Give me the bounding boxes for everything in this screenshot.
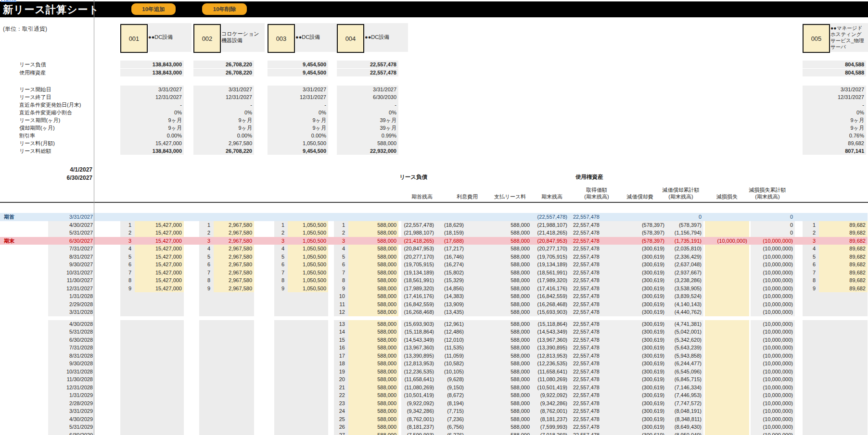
impairment-input-cell[interactable]: (10,000,000) — [705, 237, 749, 245]
impairment-input-cell[interactable] — [705, 415, 749, 423]
lease-payment-cell[interactable]: 2,967,580 — [214, 276, 254, 285]
lease-payment-cell[interactable]: 588,000 — [348, 261, 398, 269]
lease-payment-cell[interactable]: 588,000 — [348, 384, 398, 392]
depreciation-cell: (578,397) — [601, 229, 666, 237]
lease-payment-cell[interactable]: 588,000 — [348, 300, 398, 309]
lease-payment-cell[interactable]: 588,000 — [348, 352, 398, 360]
lease-payment-cell[interactable]: 588,000 — [348, 360, 398, 368]
impairment-input-cell[interactable] — [705, 308, 749, 316]
month-index-cell: 18 — [334, 360, 348, 368]
lease-payment-cell[interactable]: 89,682 — [819, 237, 868, 245]
lease-payment-cell[interactable]: 2,967,580 — [214, 285, 254, 293]
lease-payment-cell[interactable]: 588,000 — [348, 221, 398, 229]
lease-payment-cell[interactable]: 1,050,500 — [288, 269, 328, 277]
impairment-input-cell[interactable] — [705, 399, 749, 408]
lease-payment-cell[interactable]: 588,000 — [348, 320, 398, 328]
lease-payment-cell[interactable]: 588,000 — [348, 415, 398, 423]
impairment-input-cell[interactable] — [705, 407, 749, 415]
lease-payment-cell[interactable]: 588,000 — [348, 431, 398, 435]
impairment-input-cell[interactable] — [705, 221, 749, 229]
lease-payment-cell[interactable]: 15,427,000 — [135, 285, 184, 293]
lease-payment-cell[interactable]: 588,000 — [348, 336, 398, 344]
impairment-input-cell[interactable] — [705, 300, 749, 309]
impairment-input-cell[interactable] — [705, 384, 749, 392]
lease-payment-cell[interactable]: 2,967,580 — [214, 221, 254, 229]
gap-cell — [94, 229, 120, 237]
lease-payment-cell[interactable]: 89,682 — [819, 285, 868, 293]
impairment-input-cell[interactable] — [705, 292, 749, 300]
impairment-input-cell[interactable] — [705, 245, 749, 253]
lease-payment-cell[interactable]: 1,050,500 — [288, 276, 328, 285]
lease-payment-cell[interactable]: 588,000 — [348, 407, 398, 415]
impairment-input-cell[interactable] — [705, 368, 749, 376]
impairment-input-cell[interactable] — [705, 391, 749, 399]
lease-payment-cell[interactable]: 15,427,000 — [135, 237, 184, 245]
impairment-input-cell[interactable] — [705, 328, 749, 336]
lease-payment-cell[interactable]: 1,050,500 — [288, 245, 328, 253]
lease-payment-cell[interactable]: 588,000 — [348, 269, 398, 277]
lease-payment-cell[interactable]: 588,000 — [348, 368, 398, 376]
impairment-input-cell[interactable] — [705, 320, 749, 328]
lease-payment-cell[interactable]: 588,000 — [348, 328, 398, 336]
impairment-input-cell[interactable] — [705, 276, 749, 285]
impairment-input-cell[interactable] — [705, 336, 749, 344]
impairment-input-cell[interactable] — [705, 375, 749, 384]
lease-payment-cell[interactable]: 89,682 — [819, 269, 868, 277]
lease-payment-cell[interactable]: 15,427,000 — [135, 261, 184, 269]
lease-payment-cell[interactable]: 15,427,000 — [135, 229, 184, 237]
lease-payment-cell[interactable]: 588,000 — [348, 285, 398, 293]
lease-payment-cell[interactable]: 89,682 — [819, 229, 868, 237]
lease-payment-cell[interactable]: 89,682 — [819, 261, 868, 269]
lease-payment-cell[interactable]: 15,427,000 — [135, 245, 184, 253]
lease-payment-cell[interactable]: 1,050,500 — [288, 253, 328, 261]
impairment-input-cell[interactable] — [705, 269, 749, 277]
lease-payment-cell[interactable]: 1,050,500 — [288, 285, 328, 293]
impairment-input-cell[interactable] — [705, 253, 749, 261]
closing-cell: (11,658,641) — [532, 368, 569, 376]
lease-payment-cell[interactable]: 588,000 — [348, 276, 398, 285]
lease-payment-cell[interactable]: 588,000 — [348, 375, 398, 384]
lease-payment-cell[interactable]: 2,967,580 — [214, 237, 254, 245]
lease-payment-cell[interactable]: 588,000 — [348, 229, 398, 237]
lease-payment-cell[interactable]: 588,000 — [348, 423, 398, 431]
impairment-input-cell[interactable] — [705, 213, 749, 221]
lease-payment-cell[interactable]: 1,050,500 — [288, 261, 328, 269]
impairment-input-cell[interactable] — [705, 285, 749, 293]
delete-10-years-button[interactable]: 10年削除 — [202, 3, 247, 15]
impairment-input-cell[interactable] — [705, 344, 749, 352]
lease-payment-cell[interactable]: 89,682 — [819, 276, 868, 285]
impairment-input-cell[interactable] — [705, 360, 749, 368]
lease-payment-cell[interactable]: 588,000 — [348, 399, 398, 408]
impairment-input-cell[interactable] — [705, 261, 749, 269]
impairment-input-cell[interactable] — [705, 229, 749, 237]
lease-payment-cell[interactable]: 588,000 — [348, 292, 398, 300]
lease-payment-cell[interactable]: 15,427,000 — [135, 221, 184, 229]
lease-payment-cell[interactable]: 588,000 — [348, 245, 398, 253]
home-link[interactable]: Home — [1, 0, 16, 2]
lease-payment-cell[interactable]: 89,682 — [819, 221, 868, 229]
lease-payment-cell[interactable]: 1,050,500 — [288, 229, 328, 237]
lease-payment-cell[interactable]: 89,682 — [819, 245, 868, 253]
impairment-input-cell[interactable] — [705, 352, 749, 360]
lease-payment-cell[interactable]: 2,967,580 — [214, 229, 254, 237]
lease-payment-cell[interactable]: 2,967,580 — [214, 261, 254, 269]
lease-payment-cell — [819, 415, 868, 423]
lease-payment-cell[interactable]: 1,050,500 — [288, 237, 328, 245]
lease-payment-cell[interactable]: 2,967,580 — [214, 253, 254, 261]
lease-payment-cell[interactable]: 588,000 — [348, 237, 398, 245]
lease-payment-cell[interactable]: 588,000 — [348, 308, 398, 316]
impairment-input-cell[interactable] — [705, 423, 749, 431]
month-index-cell — [803, 328, 819, 336]
lease-payment-cell[interactable]: 15,427,000 — [135, 276, 184, 285]
lease-payment-cell[interactable]: 2,967,580 — [214, 269, 254, 277]
lease-payment-cell[interactable]: 588,000 — [348, 344, 398, 352]
lease-payment-cell[interactable]: 588,000 — [348, 391, 398, 399]
impairment-input-cell[interactable] — [705, 431, 749, 435]
lease-payment-cell[interactable]: 2,967,580 — [214, 245, 254, 253]
lease-payment-cell[interactable]: 588,000 — [348, 253, 398, 261]
lease-payment-cell[interactable]: 15,427,000 — [135, 253, 184, 261]
lease-payment-cell[interactable]: 15,427,000 — [135, 269, 184, 277]
add-10-years-button[interactable]: 10年追加 — [131, 3, 176, 15]
lease-payment-cell[interactable]: 89,682 — [819, 253, 868, 261]
lease-payment-cell[interactable]: 1,050,500 — [288, 221, 328, 229]
